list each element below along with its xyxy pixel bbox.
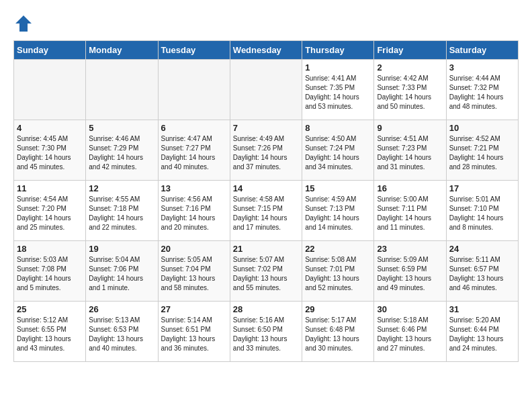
calendar-day-cell: 4Sunrise: 4:45 AM Sunset: 7:30 PM Daylig… <box>14 120 86 181</box>
day-info: Sunrise: 5:17 AM Sunset: 6:48 PM Dayligh… <box>305 316 371 353</box>
day-number: 4 <box>17 123 83 133</box>
calendar-day-cell: 18Sunrise: 5:03 AM Sunset: 7:08 PM Dayli… <box>14 241 86 302</box>
calendar-day-cell: 10Sunrise: 4:52 AM Sunset: 7:21 PM Dayli… <box>446 120 518 181</box>
day-number: 11 <box>17 183 83 193</box>
day-of-week-header: Thursday <box>302 41 374 60</box>
logo-icon <box>13 13 34 34</box>
day-info: Sunrise: 4:55 AM Sunset: 7:18 PM Dayligh… <box>89 195 154 232</box>
calendar-day-cell: 19Sunrise: 5:04 AM Sunset: 7:06 PM Dayli… <box>86 241 158 302</box>
day-number: 21 <box>233 244 299 254</box>
calendar-day-cell <box>158 60 230 120</box>
calendar-week-row: 25Sunrise: 5:12 AM Sunset: 6:55 PM Dayli… <box>14 302 519 362</box>
day-info: Sunrise: 4:54 AM Sunset: 7:20 PM Dayligh… <box>17 195 83 232</box>
day-number: 16 <box>377 183 443 193</box>
calendar-day-cell: 22Sunrise: 5:08 AM Sunset: 7:01 PM Dayli… <box>302 241 374 302</box>
day-info: Sunrise: 4:49 AM Sunset: 7:26 PM Dayligh… <box>233 134 299 172</box>
day-info: Sunrise: 5:14 AM Sunset: 6:51 PM Dayligh… <box>161 316 227 353</box>
day-of-week-header: Monday <box>86 41 158 60</box>
calendar-day-cell: 27Sunrise: 5:14 AM Sunset: 6:51 PM Dayli… <box>158 302 230 362</box>
day-number: 27 <box>161 304 227 314</box>
day-info: Sunrise: 4:41 AM Sunset: 7:35 PM Dayligh… <box>305 74 371 111</box>
day-number: 7 <box>233 123 299 133</box>
day-number: 25 <box>17 304 83 314</box>
calendar-day-cell: 13Sunrise: 4:56 AM Sunset: 7:16 PM Dayli… <box>158 181 230 241</box>
day-info: Sunrise: 5:07 AM Sunset: 7:02 PM Dayligh… <box>233 255 299 293</box>
day-info: Sunrise: 4:47 AM Sunset: 7:27 PM Dayligh… <box>161 134 227 172</box>
calendar-day-cell: 9Sunrise: 4:51 AM Sunset: 7:23 PM Daylig… <box>374 120 446 181</box>
calendar-day-cell: 5Sunrise: 4:46 AM Sunset: 7:29 PM Daylig… <box>86 120 158 181</box>
page-header <box>13 13 519 34</box>
svg-marker-0 <box>15 15 32 32</box>
day-number: 26 <box>89 304 154 314</box>
day-number: 15 <box>305 183 371 193</box>
day-number: 24 <box>449 244 515 254</box>
day-number: 12 <box>89 183 154 193</box>
calendar-day-cell: 25Sunrise: 5:12 AM Sunset: 6:55 PM Dayli… <box>14 302 86 362</box>
calendar-day-cell: 26Sunrise: 5:13 AM Sunset: 6:53 PM Dayli… <box>86 302 158 362</box>
day-number: 1 <box>305 62 371 73</box>
calendar-day-cell: 8Sunrise: 4:50 AM Sunset: 7:24 PM Daylig… <box>302 120 374 181</box>
calendar-day-cell: 1Sunrise: 4:41 AM Sunset: 7:35 PM Daylig… <box>302 60 374 120</box>
calendar-day-cell: 3Sunrise: 4:44 AM Sunset: 7:32 PM Daylig… <box>446 60 518 120</box>
day-number: 30 <box>377 304 443 314</box>
day-info: Sunrise: 5:08 AM Sunset: 7:01 PM Dayligh… <box>305 255 371 293</box>
calendar-table: SundayMondayTuesdayWednesdayThursdayFrid… <box>13 40 519 362</box>
day-of-week-header: Sunday <box>14 41 86 60</box>
day-of-week-header: Wednesday <box>230 41 302 60</box>
day-number: 31 <box>449 304 515 314</box>
day-number: 18 <box>17 244 83 254</box>
calendar-day-cell <box>230 60 302 120</box>
day-info: Sunrise: 4:46 AM Sunset: 7:29 PM Dayligh… <box>89 134 154 172</box>
calendar-body: 1Sunrise: 4:41 AM Sunset: 7:35 PM Daylig… <box>14 60 519 362</box>
calendar-day-cell: 17Sunrise: 5:01 AM Sunset: 7:10 PM Dayli… <box>446 181 518 241</box>
day-info: Sunrise: 4:44 AM Sunset: 7:32 PM Dayligh… <box>449 74 515 111</box>
day-info: Sunrise: 5:20 AM Sunset: 6:44 PM Dayligh… <box>449 316 515 353</box>
calendar-day-cell: 28Sunrise: 5:16 AM Sunset: 6:50 PM Dayli… <box>230 302 302 362</box>
day-of-week-header: Friday <box>374 41 446 60</box>
calendar-day-cell: 14Sunrise: 4:58 AM Sunset: 7:15 PM Dayli… <box>230 181 302 241</box>
day-info: Sunrise: 4:58 AM Sunset: 7:15 PM Dayligh… <box>233 195 299 232</box>
day-info: Sunrise: 5:04 AM Sunset: 7:06 PM Dayligh… <box>89 255 154 293</box>
calendar-day-cell: 20Sunrise: 5:05 AM Sunset: 7:04 PM Dayli… <box>158 241 230 302</box>
day-info: Sunrise: 5:09 AM Sunset: 6:59 PM Dayligh… <box>377 255 443 293</box>
day-number: 14 <box>233 183 299 193</box>
calendar-day-cell: 29Sunrise: 5:17 AM Sunset: 6:48 PM Dayli… <box>302 302 374 362</box>
day-number: 23 <box>377 244 443 254</box>
day-info: Sunrise: 4:56 AM Sunset: 7:16 PM Dayligh… <box>161 195 227 232</box>
calendar-day-cell: 12Sunrise: 4:55 AM Sunset: 7:18 PM Dayli… <box>86 181 158 241</box>
day-info: Sunrise: 5:12 AM Sunset: 6:55 PM Dayligh… <box>17 316 83 353</box>
calendar-day-cell: 11Sunrise: 4:54 AM Sunset: 7:20 PM Dayli… <box>14 181 86 241</box>
calendar-day-cell: 15Sunrise: 4:59 AM Sunset: 7:13 PM Dayli… <box>302 181 374 241</box>
calendar-day-cell: 7Sunrise: 4:49 AM Sunset: 7:26 PM Daylig… <box>230 120 302 181</box>
day-info: Sunrise: 4:51 AM Sunset: 7:23 PM Dayligh… <box>377 134 443 172</box>
calendar-week-row: 18Sunrise: 5:03 AM Sunset: 7:08 PM Dayli… <box>14 241 519 302</box>
day-info: Sunrise: 4:59 AM Sunset: 7:13 PM Dayligh… <box>305 195 371 232</box>
day-info: Sunrise: 4:50 AM Sunset: 7:24 PM Dayligh… <box>305 134 371 172</box>
day-number: 2 <box>377 62 443 73</box>
day-number: 13 <box>161 183 227 193</box>
day-info: Sunrise: 5:18 AM Sunset: 6:46 PM Dayligh… <box>377 316 443 353</box>
day-number: 5 <box>89 123 154 133</box>
calendar-day-cell: 30Sunrise: 5:18 AM Sunset: 6:46 PM Dayli… <box>374 302 446 362</box>
day-info: Sunrise: 5:05 AM Sunset: 7:04 PM Dayligh… <box>161 255 227 293</box>
day-number: 9 <box>377 123 443 133</box>
day-info: Sunrise: 5:03 AM Sunset: 7:08 PM Dayligh… <box>17 255 83 293</box>
day-number: 19 <box>89 244 154 254</box>
calendar-day-cell: 21Sunrise: 5:07 AM Sunset: 7:02 PM Dayli… <box>230 241 302 302</box>
days-of-week-row: SundayMondayTuesdayWednesdayThursdayFrid… <box>14 41 519 60</box>
calendar-week-row: 11Sunrise: 4:54 AM Sunset: 7:20 PM Dayli… <box>14 181 519 241</box>
day-info: Sunrise: 5:13 AM Sunset: 6:53 PM Dayligh… <box>89 316 154 353</box>
day-info: Sunrise: 4:52 AM Sunset: 7:21 PM Dayligh… <box>449 134 515 172</box>
calendar-week-row: 4Sunrise: 4:45 AM Sunset: 7:30 PM Daylig… <box>14 120 519 181</box>
day-info: Sunrise: 4:42 AM Sunset: 7:33 PM Dayligh… <box>377 74 443 111</box>
calendar-day-cell: 23Sunrise: 5:09 AM Sunset: 6:59 PM Dayli… <box>374 241 446 302</box>
calendar-day-cell: 31Sunrise: 5:20 AM Sunset: 6:44 PM Dayli… <box>446 302 518 362</box>
day-number: 10 <box>449 123 515 133</box>
calendar-week-row: 1Sunrise: 4:41 AM Sunset: 7:35 PM Daylig… <box>14 60 519 120</box>
day-number: 8 <box>305 123 371 133</box>
logo <box>13 13 38 34</box>
day-number: 29 <box>305 304 371 314</box>
calendar-day-cell <box>86 60 158 120</box>
day-of-week-header: Tuesday <box>158 41 230 60</box>
day-number: 17 <box>449 183 515 193</box>
